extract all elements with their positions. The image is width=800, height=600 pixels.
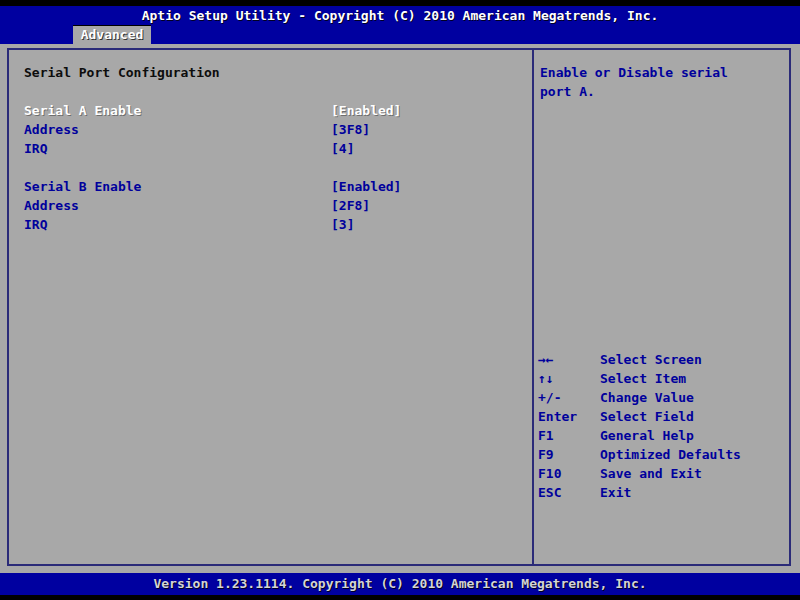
legend-save-and-exit: F10Save and Exit <box>538 464 790 483</box>
option-value: [Enabled] <box>331 177 401 196</box>
bios-screen: Aptio Setup Utility - Copyright (C) 2010… <box>0 0 800 600</box>
legend-key: ESC <box>538 483 600 502</box>
key-legend: →←Select Screen ↑↓Select Item +/-Change … <box>538 350 790 502</box>
help-line: port A. <box>540 82 788 101</box>
option-serial-b-irq[interactable]: IRQ [3] <box>24 215 524 234</box>
tab-row: Advanced <box>0 26 800 44</box>
legend-optimized-defaults: F9Optimized Defaults <box>538 445 790 464</box>
option-label: Serial B Enable <box>24 179 141 194</box>
serial-a-group: Serial A Enable [Enabled] Address [3F8] … <box>24 101 524 158</box>
legend-select-field: EnterSelect Field <box>538 407 790 426</box>
option-label: IRQ <box>24 141 47 156</box>
main-frame: Serial Port Configuration Serial A Enabl… <box>7 48 791 566</box>
legend-action: Optimized Defaults <box>600 447 741 462</box>
option-label: Serial A Enable <box>24 103 141 118</box>
legend-action: Select Field <box>600 409 694 424</box>
option-serial-a-enable[interactable]: Serial A Enable [Enabled] <box>24 101 524 120</box>
option-value: [2F8] <box>331 196 370 215</box>
legend-key: F1 <box>538 426 600 445</box>
legend-key: F9 <box>538 445 600 464</box>
app-title: Aptio Setup Utility - Copyright (C) 2010… <box>142 8 659 23</box>
legend-exit: ESCExit <box>538 483 790 502</box>
legend-change-value: +/-Change Value <box>538 388 790 407</box>
panel-divider <box>532 50 534 564</box>
legend-action: Select Item <box>600 371 686 386</box>
left-right-arrows-icon: →← <box>538 350 600 369</box>
option-label: Address <box>24 122 79 137</box>
tab-advanced-label: Advanced <box>81 27 144 42</box>
legend-key: Enter <box>538 407 600 426</box>
version-text: Version 1.23.1114. Copyright (C) 2010 Am… <box>153 576 646 591</box>
legend-action: General Help <box>600 428 694 443</box>
option-value: [Enabled] <box>331 101 401 120</box>
legend-action: Select Screen <box>600 352 702 367</box>
option-serial-a-irq[interactable]: IRQ [4] <box>24 139 524 158</box>
legend-key: F10 <box>538 464 600 483</box>
help-line: Enable or Disable serial <box>540 63 788 82</box>
help-panel: Enable or Disable serial port A. <box>540 63 788 101</box>
option-value: [4] <box>331 139 354 158</box>
legend-action: Exit <box>600 485 631 500</box>
option-value: [3] <box>331 215 354 234</box>
option-serial-b-enable[interactable]: Serial B Enable [Enabled] <box>24 177 524 196</box>
legend-select-item: ↑↓Select Item <box>538 369 790 388</box>
legend-general-help: F1General Help <box>538 426 790 445</box>
section-title: Serial Port Configuration <box>24 63 220 82</box>
option-serial-a-address[interactable]: Address [3F8] <box>24 120 524 139</box>
legend-select-screen: →←Select Screen <box>538 350 790 369</box>
option-serial-b-address[interactable]: Address [2F8] <box>24 196 524 215</box>
option-list: Serial A Enable [Enabled] Address [3F8] … <box>24 101 524 253</box>
option-value: [3F8] <box>331 120 370 139</box>
up-down-arrows-icon: ↑↓ <box>538 369 600 388</box>
tab-advanced[interactable]: Advanced <box>73 25 151 44</box>
legend-key: +/- <box>538 388 600 407</box>
option-label: IRQ <box>24 217 47 232</box>
serial-b-group: Serial B Enable [Enabled] Address [2F8] … <box>24 177 524 234</box>
legend-action: Save and Exit <box>600 466 702 481</box>
legend-action: Change Value <box>600 390 694 405</box>
version-bar: Version 1.23.1114. Copyright (C) 2010 Am… <box>0 573 800 595</box>
option-label: Address <box>24 198 79 213</box>
title-bar: Aptio Setup Utility - Copyright (C) 2010… <box>0 6 800 26</box>
